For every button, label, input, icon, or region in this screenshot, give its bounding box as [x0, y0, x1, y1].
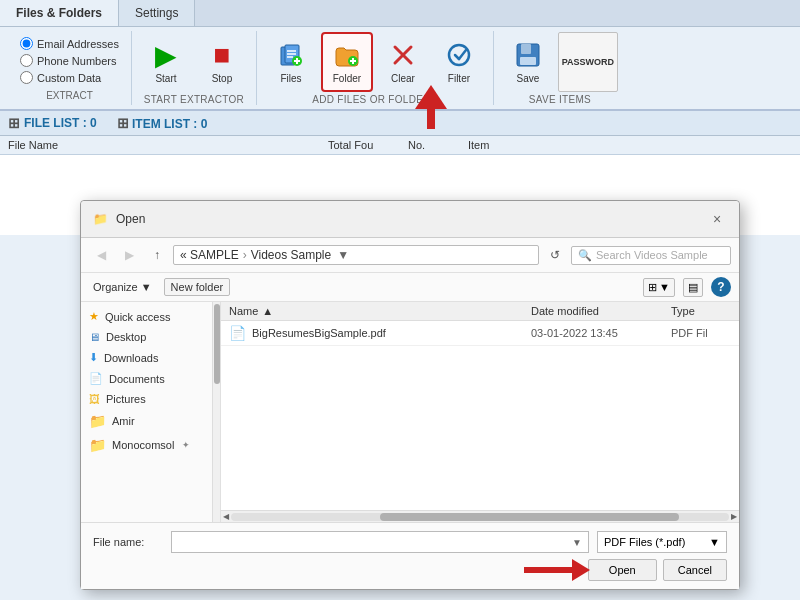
search-box[interactable]: 🔍 Search Videos Sample: [571, 246, 731, 265]
col-filename-header: File Name: [8, 139, 328, 151]
email-radio-row[interactable]: Email Addresses: [20, 37, 119, 50]
folder-button[interactable]: Folder: [321, 32, 373, 92]
hscroll-right-arrow[interactable]: ▶: [731, 512, 737, 521]
hscroll-left-arrow[interactable]: ◀: [223, 512, 229, 521]
pane-button[interactable]: ▤: [683, 278, 703, 297]
refresh-button[interactable]: ↺: [543, 244, 567, 266]
save-icon: [512, 39, 544, 71]
filetype-select[interactable]: PDF Files (*.pdf) ▼: [597, 531, 727, 553]
desktop-icon: 🖥: [89, 331, 100, 343]
view-icon: ⊞: [648, 281, 657, 294]
sidebar-item-desktop[interactable]: 🖥 Desktop: [81, 327, 220, 347]
sidebar-item-quick-access[interactable]: ★ Quick access: [81, 306, 220, 327]
svg-point-13: [449, 45, 469, 65]
grid-icon: ⊞: [8, 115, 20, 131]
start-button[interactable]: ▶ Start: [140, 32, 192, 92]
grid-icon2: ⊞: [117, 115, 129, 131]
save-label: Save: [517, 73, 540, 84]
file-list-header: ⊞ FILE LIST : 0 ⊞ ITEM LIST : 0: [0, 111, 800, 136]
sidebar-item-pictures[interactable]: 🖼 Pictures: [81, 389, 220, 409]
breadcrumb-dropdown[interactable]: ▼: [337, 248, 349, 262]
col-date-header[interactable]: Date modified: [531, 305, 671, 317]
view-button[interactable]: ⊞ ▼: [643, 278, 675, 297]
col-total-header: Total Fou: [328, 139, 408, 151]
svg-rect-17: [521, 44, 531, 54]
sidebar-panel: ★ Quick access 🖥 Desktop ⬇ Downloads 📄 D…: [81, 302, 221, 522]
custom-radio[interactable]: [20, 71, 33, 84]
sidebar-item-documents[interactable]: 📄 Documents: [81, 368, 220, 389]
back-button[interactable]: ◀: [89, 244, 113, 266]
save-items-group: Save PASSWORD SAVE ITEMS: [494, 31, 626, 105]
arrow-indicator: [415, 85, 447, 129]
stop-icon: ■: [206, 39, 238, 71]
main-panel: Name ▲ Date modified Type 📄 BigResumesBi…: [221, 302, 739, 522]
open-button[interactable]: Open: [588, 559, 657, 581]
organize-button[interactable]: Organize ▼: [89, 279, 156, 295]
phone-radio[interactable]: [20, 54, 33, 67]
star-icon: ★: [89, 310, 99, 323]
file-list-title: ⊞ FILE LIST : 0: [8, 115, 97, 131]
filter-icon: [443, 39, 475, 71]
breadcrumb-bar: « SAMPLE › Videos Sample ▼: [173, 245, 539, 265]
start-icon: ▶: [150, 39, 182, 71]
files-button[interactable]: Files: [265, 32, 317, 92]
sidebar-scrollbar[interactable]: [212, 302, 220, 522]
phone-radio-row[interactable]: Phone Numbers: [20, 54, 119, 67]
file-table-body: 📄 BigResumesBigSample.pdf 03-01-2022 13:…: [221, 321, 739, 510]
dialog-title-icon: 📁: [93, 212, 108, 226]
arrow-up: [415, 85, 447, 109]
sidebar-item-downloads[interactable]: ⬇ Downloads: [81, 347, 220, 368]
search-placeholder: Search Videos Sample: [596, 249, 708, 261]
custom-label: Custom Data: [37, 72, 101, 84]
file-row[interactable]: 📄 BigResumesBigSample.pdf 03-01-2022 13:…: [221, 321, 739, 346]
col-item-header: Item: [468, 139, 792, 151]
downloads-icon: ⬇: [89, 351, 98, 364]
clear-label: Clear: [391, 73, 415, 84]
save-button[interactable]: Save: [502, 32, 554, 92]
filename-dropdown-arrow[interactable]: ▼: [572, 537, 582, 548]
dialog-close-button[interactable]: ×: [707, 209, 727, 229]
desktop-label: Desktop: [106, 331, 146, 343]
extract-group: Email Addresses Phone Numbers Custom Dat…: [8, 31, 132, 105]
ribbon: Email Addresses Phone Numbers Custom Dat…: [0, 27, 800, 111]
search-icon: 🔍: [578, 249, 592, 262]
tab-settings[interactable]: Settings: [119, 0, 195, 26]
sidebar-item-monocomsol[interactable]: 📁 Monocomsol ✦: [81, 433, 220, 457]
view-dropdown: ▼: [659, 281, 670, 293]
filename-row: File name: ▼ PDF Files (*.pdf) ▼: [93, 531, 727, 553]
pane-icon: ▤: [688, 281, 698, 294]
col-name-header[interactable]: Name ▲: [229, 305, 531, 317]
help-button[interactable]: ?: [711, 277, 731, 297]
filename-label: File name:: [93, 536, 163, 548]
phone-label: Phone Numbers: [37, 55, 117, 67]
password-button[interactable]: PASSWORD: [558, 32, 618, 92]
cancel-button[interactable]: Cancel: [663, 559, 727, 581]
sidebar-item-amir[interactable]: 📁 Amir: [81, 409, 220, 433]
tab-files-folders[interactable]: Files & Folders: [0, 0, 119, 26]
new-folder-button[interactable]: New folder: [164, 278, 231, 296]
sort-arrow: ▲: [262, 305, 273, 317]
start-extractor-label: START EXTRACTOR: [144, 94, 244, 105]
file-table-header: Name ▲ Date modified Type: [221, 302, 739, 321]
filter-button[interactable]: Filter: [433, 32, 485, 92]
start-extractor-group: ▶ Start ■ Stop START EXTRACTOR: [132, 31, 257, 105]
stop-label: Stop: [212, 73, 233, 84]
breadcrumb-root: « SAMPLE: [180, 248, 239, 262]
monocomsol-pin: ✦: [182, 440, 190, 450]
dialog-toolbar: Organize ▼ New folder ⊞ ▼ ▤ ?: [81, 273, 739, 302]
documents-label: Documents: [109, 373, 165, 385]
pictures-icon: 🖼: [89, 393, 100, 405]
email-label: Email Addresses: [37, 38, 119, 50]
password-label: PASSWORD: [562, 57, 614, 67]
dialog-titlebar: 📁 Open ×: [81, 201, 739, 238]
col-type-header[interactable]: Type: [671, 305, 731, 317]
clear-button[interactable]: Clear: [377, 32, 429, 92]
filename-input[interactable]: ▼: [171, 531, 589, 553]
stop-button[interactable]: ■ Stop: [196, 32, 248, 92]
up-button[interactable]: ↑: [145, 244, 169, 266]
col-no-header: No.: [408, 139, 468, 151]
horizontal-scrollbar[interactable]: ◀ ▶: [221, 510, 739, 522]
forward-button[interactable]: ▶: [117, 244, 141, 266]
custom-radio-row[interactable]: Custom Data: [20, 71, 119, 84]
email-radio[interactable]: [20, 37, 33, 50]
